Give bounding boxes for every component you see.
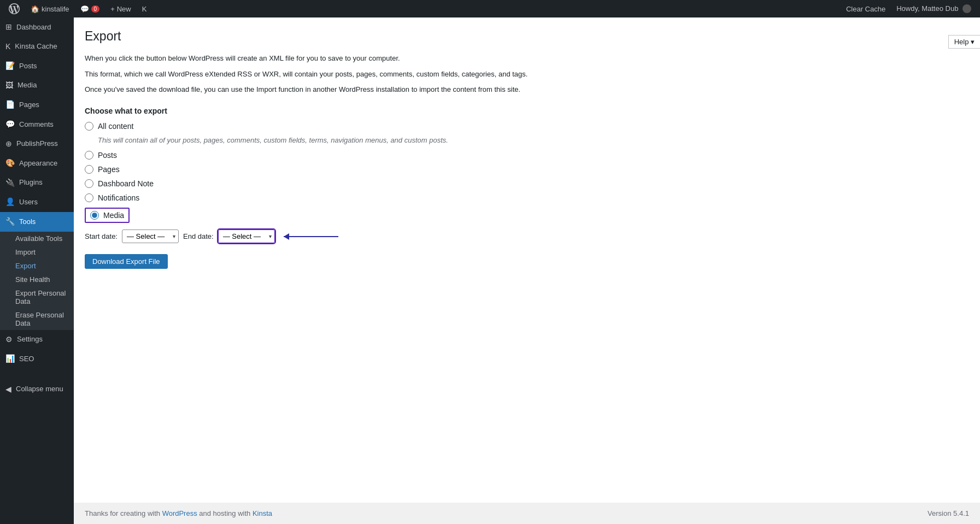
comments-icon: 💬 — [80, 5, 89, 13]
radio-input-posts[interactable] — [85, 151, 93, 160]
main-content: Help ▾ Export When you click the button … — [74, 17, 980, 524]
adminbar-left: 🏠 kinstalife 💬 0 + New K — [4, 0, 151, 17]
sidebar-item-dashboard[interactable]: ⊞ Dashboard — [0, 17, 74, 37]
radio-all-content[interactable]: All content — [85, 122, 969, 131]
download-export-button[interactable]: Download Export File — [85, 254, 168, 269]
end-date-label: End date: — [183, 232, 214, 240]
comments-link[interactable]: 💬 0 — [76, 0, 104, 17]
wp-logo[interactable] — [4, 0, 24, 17]
comments-count: 0 — [91, 5, 100, 13]
adminbar-right: Clear Cache Howdy, Matteo Dub — [842, 4, 976, 14]
radio-label-notifications: Notifications — [98, 193, 139, 202]
main-menu: ⊞ Dashboard K Kinsta Cache 📝 Posts 🖼 Med… — [0, 17, 74, 399]
sidebar-item-publishpress[interactable]: ⊕ PublishPress — [0, 134, 74, 154]
radio-input-pages[interactable] — [85, 165, 93, 174]
radio-input-dashboard-note[interactable] — [85, 179, 93, 188]
radio-label-all: All content — [98, 122, 133, 131]
start-date-select[interactable]: — Select — — [122, 229, 179, 243]
sidebar-item-posts[interactable]: 📝 Posts — [0, 56, 74, 76]
radio-notifications[interactable]: Notifications — [85, 193, 969, 202]
version-text: Version 5.4.1 — [928, 509, 969, 517]
plus-icon: + — [110, 5, 115, 13]
description-2: This format, which we call WordPress eXt… — [85, 69, 969, 80]
radio-input-notifications[interactable] — [85, 193, 93, 202]
sidebar-item-pages[interactable]: 📄 Pages — [0, 95, 74, 115]
comments-nav-icon: 💬 — [5, 119, 15, 130]
start-date-label: Start date: — [85, 232, 118, 240]
description-3: Once you've saved the download file, you… — [85, 84, 969, 96]
footer-text: Thanks for creating with WordPress and h… — [85, 509, 272, 517]
home-icon: 🏠 — [31, 5, 39, 13]
sidebar-item-media[interactable]: 🖼 Media — [0, 76, 74, 96]
sidebar-item-comments[interactable]: 💬 Comments — [0, 115, 74, 134]
radio-pages[interactable]: Pages — [85, 165, 969, 174]
sidebar-item-settings[interactable]: ⚙ Settings — [0, 330, 74, 350]
section-title: Choose what to export — [85, 107, 969, 115]
publishpress-icon: ⊕ — [5, 139, 12, 150]
sidebar-item-tools[interactable]: 🔧 Tools — [0, 212, 74, 232]
submenu-export-personal-data[interactable]: Export Personal Data — [0, 286, 74, 308]
radio-label-pages: Pages — [98, 165, 120, 174]
content-area: Export When you click the button below W… — [74, 17, 980, 503]
sidebar: ⊞ Dashboard K Kinsta Cache 📝 Posts 🖼 Med… — [0, 17, 74, 524]
users-icon: 👤 — [5, 197, 15, 208]
submenu-erase-personal-data[interactable]: Erase Personal Data — [0, 308, 74, 330]
submenu-site-health[interactable]: Site Health — [0, 273, 74, 286]
submenu-available-tools[interactable]: Available Tools — [0, 232, 74, 245]
submenu-import[interactable]: Import — [0, 245, 74, 259]
dashboard-icon: ⊞ — [5, 22, 12, 33]
tools-icon: 🔧 — [5, 216, 15, 227]
description-1: When you click the button below WordPres… — [85, 53, 969, 64]
annotation-arrow-icon — [284, 236, 338, 237]
sidebar-item-users[interactable]: 👤 Users — [0, 192, 74, 212]
arrow-annotation — [284, 236, 338, 237]
pages-icon: 📄 — [5, 99, 15, 110]
radio-dashboard-note[interactable]: Dashboard Note — [85, 179, 969, 188]
radio-posts[interactable]: Posts — [85, 151, 969, 160]
kinsta-logo-icon: K — [142, 5, 147, 13]
sidebar-item-seo[interactable]: 📊 SEO — [0, 349, 74, 369]
posts-icon: 📝 — [5, 61, 15, 72]
new-button[interactable]: + New — [106, 0, 136, 17]
admin-bar: 🏠 kinstalife 💬 0 + New K Clear Cache How… — [0, 0, 980, 17]
kinsta-cache-icon: K — [5, 42, 10, 52]
radio-input-all[interactable] — [85, 122, 93, 131]
radio-label-posts: Posts — [98, 151, 117, 160]
settings-icon: ⚙ — [5, 334, 13, 345]
page-title: Export — [85, 28, 969, 45]
howdy-user: Howdy, Matteo Dub — [892, 4, 976, 14]
clear-cache-button[interactable]: Clear Cache — [842, 5, 890, 13]
sidebar-item-kinsta-cache[interactable]: K Kinsta Cache — [0, 37, 74, 57]
media-radio-highlighted[interactable]: Media — [85, 208, 130, 223]
appearance-icon: 🎨 — [5, 158, 15, 169]
kinsta-link[interactable]: Kinsta — [253, 509, 272, 517]
end-date-select-wrapper: — Select — ▾ — [218, 229, 275, 243]
collapse-icon: ◀ — [5, 384, 11, 395]
help-button[interactable]: Help ▾ — [948, 35, 980, 49]
media-icon: 🖼 — [5, 80, 13, 91]
site-name[interactable]: 🏠 kinstalife — [26, 0, 74, 17]
submenu-export[interactable]: Export — [0, 259, 74, 273]
radio-input-media[interactable] — [90, 211, 99, 220]
radio-label-dashboard-note: Dashboard Note — [98, 179, 154, 188]
sidebar-item-appearance[interactable]: 🎨 Appearance — [0, 154, 74, 173]
seo-icon: 📊 — [5, 354, 15, 364]
sidebar-item-plugins[interactable]: 🔌 Plugins — [0, 173, 74, 193]
date-filter-row: Start date: — Select — ▾ End date: — Sel… — [85, 229, 969, 243]
start-date-select-wrapper: — Select — ▾ — [122, 229, 179, 243]
kinsta-icon[interactable]: K — [138, 0, 151, 17]
all-content-description: This will contain all of your posts, pag… — [98, 136, 969, 144]
user-avatar — [963, 4, 971, 13]
wordpress-link[interactable]: WordPress — [162, 509, 197, 517]
collapse-menu-button[interactable]: ◀ Collapse menu — [0, 380, 74, 399]
tools-submenu: Available Tools Import Export Site Healt… — [0, 232, 74, 330]
plugins-icon: 🔌 — [5, 178, 15, 189]
content-footer: Thanks for creating with WordPress and h… — [74, 503, 980, 524]
end-date-select[interactable]: — Select — — [218, 229, 275, 243]
radio-label-media: Media — [103, 211, 124, 220]
radio-media[interactable]: Media — [85, 208, 969, 223]
